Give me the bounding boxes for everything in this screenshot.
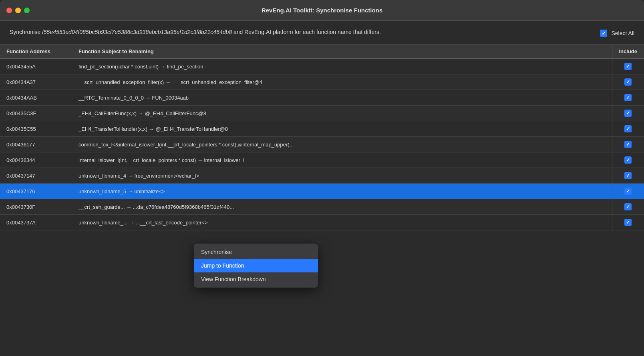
context-menu-item-synchronise[interactable]: Synchronise xyxy=(194,245,318,259)
cell-include[interactable] xyxy=(612,106,644,121)
cell-address: 0x00436177 xyxy=(0,137,72,152)
table-header-row: Function Address Function Subject to Ren… xyxy=(0,44,644,59)
title-bar: RevEng.AI Toolkit: Synchronise Functions xyxy=(0,0,644,21)
cell-function: _EH4_TransferToHandler(x,x) → @_EH4_Tran… xyxy=(72,121,612,137)
cell-address: 0x00434AAB xyxy=(0,90,72,106)
cell-include[interactable] xyxy=(612,168,644,184)
cell-address: 0x00434A37 xyxy=(0,74,72,90)
select-all-container[interactable]: Select All xyxy=(600,30,634,37)
cell-function: __scrt_unhandled_exception_filter(x) → _… xyxy=(72,74,612,90)
window-title: RevEng.AI Toolkit: Synchronise Functions xyxy=(262,7,382,14)
cell-include[interactable] xyxy=(612,90,644,106)
cell-address: 0x00436344 xyxy=(0,152,72,168)
header-description: Synchronise f55e4553ed04f085bc5b93cf7e53… xyxy=(10,28,381,36)
cell-function: unknown_libname_5 → uninitialize<> xyxy=(72,184,612,199)
minimize-button[interactable] xyxy=(15,8,21,13)
cell-function: common_tox_l<&internal_islower_l(int,__c… xyxy=(72,137,612,152)
header-area: Synchronise f55e4553ed04f085bc5b93cf7e53… xyxy=(0,21,644,44)
close-button[interactable] xyxy=(6,8,12,13)
functions-table: Function Address Function Subject to Ren… xyxy=(0,44,644,230)
cell-include[interactable] xyxy=(612,184,644,199)
description-prefix: Synchronise xyxy=(10,29,42,35)
cell-include[interactable] xyxy=(612,152,644,168)
table-row[interactable]: 0x00437147unknown_libname_4 → free_envir… xyxy=(0,168,644,184)
description-suffix: and RevEng.AI platform for each function… xyxy=(232,29,381,35)
table-row[interactable]: 0x00435C3E_EH4_CallFilterFunc(x,x) → @_E… xyxy=(0,106,644,121)
row-checkbox[interactable] xyxy=(624,219,632,226)
cell-function: internal_islower_l(int,__crt_locale_poin… xyxy=(72,152,612,168)
table-row[interactable]: 0x00437176unknown_libname_5 → uninitiali… xyxy=(0,184,644,199)
cell-function: unknown_libname_... → ...__crt_last_enco… xyxy=(72,215,612,230)
cell-include[interactable] xyxy=(612,137,644,152)
select-all-checkbox[interactable] xyxy=(600,30,607,37)
cell-address: 0x0043737A xyxy=(0,215,72,230)
table-row[interactable]: 0x00434A37__scrt_unhandled_exception_fil… xyxy=(0,74,644,90)
cell-include[interactable] xyxy=(612,59,644,74)
context-menu-label-synchronise: Synchronise xyxy=(201,249,232,255)
cell-include[interactable] xyxy=(612,215,644,230)
hash-value: f55e4553ed04f085bc5b93cf7e5386c3d938abcb… xyxy=(42,29,232,35)
cell-function: __RTC_Terminate_0_0_0_0 → FUN_00034aab xyxy=(72,90,612,106)
row-checkbox[interactable] xyxy=(624,203,632,210)
column-header-function: Function Subject to Renaming xyxy=(72,44,612,59)
context-menu-label-jump: Jump to Function xyxy=(201,262,244,269)
table-row[interactable]: 0x0043737Aunknown_libname_... → ...__crt… xyxy=(0,215,644,230)
row-checkbox[interactable] xyxy=(624,188,632,195)
row-checkbox[interactable] xyxy=(624,63,632,70)
cell-include[interactable] xyxy=(612,74,644,90)
cell-address: 0x00437147 xyxy=(0,168,72,184)
cell-function: find_pe_section(uchar * const,uint) → fi… xyxy=(72,59,612,74)
table-row[interactable]: 0x00436177common_tox_l<&internal_islower… xyxy=(0,137,644,152)
table-body: 0x0043455Afind_pe_section(uchar * const,… xyxy=(0,59,644,230)
context-menu-label-breakdown: View Function Breakdown xyxy=(201,276,266,282)
cell-function: _EH4_CallFilterFunc(x,x) → @_EH4_CallFil… xyxy=(72,106,612,121)
maximize-button[interactable] xyxy=(24,8,30,13)
column-header-address: Function Address xyxy=(0,44,72,59)
cell-function: unknown_libname_4 → free_environment<wch… xyxy=(72,168,612,184)
table-row[interactable]: 0x0043455Afind_pe_section(uchar * const,… xyxy=(0,59,644,74)
table-row[interactable]: 0x0043730F__crt_seh_guarde... → ...da_c7… xyxy=(0,199,644,215)
row-checkbox[interactable] xyxy=(624,78,632,86)
select-all-label: Select All xyxy=(611,30,634,36)
cell-address: 0x0043455A xyxy=(0,59,72,74)
table-row[interactable]: 0x00434AAB__RTC_Terminate_0_0_0_0 → FUN_… xyxy=(0,90,644,106)
column-header-include: Include xyxy=(612,44,644,59)
table-row[interactable]: 0x00436344internal_islower_l(int,__crt_l… xyxy=(0,152,644,168)
row-checkbox[interactable] xyxy=(624,156,632,164)
cell-address: 0x00435C3E xyxy=(0,106,72,121)
row-checkbox[interactable] xyxy=(624,172,632,179)
cell-function: __crt_seh_guarde... → ...da_c76fdea48760… xyxy=(72,199,612,215)
cell-include[interactable] xyxy=(612,121,644,137)
cell-include[interactable] xyxy=(612,199,644,215)
row-checkbox[interactable] xyxy=(624,125,632,132)
context-menu-item-jump[interactable]: Jump to Function xyxy=(194,259,318,272)
cell-address: 0x00435C55 xyxy=(0,121,72,137)
context-menu-item-breakdown[interactable]: View Function Breakdown xyxy=(194,272,318,286)
window-controls xyxy=(6,8,30,13)
context-menu: Synchronise Jump to Function View Functi… xyxy=(194,244,318,288)
table-container: Function Address Function Subject to Ren… xyxy=(0,44,644,348)
cell-address: 0x0043730F xyxy=(0,199,72,215)
table-row[interactable]: 0x00435C55_EH4_TransferToHandler(x,x) → … xyxy=(0,121,644,137)
table-scroll[interactable]: Function Address Function Subject to Ren… xyxy=(0,44,644,348)
row-checkbox[interactable] xyxy=(624,110,632,117)
cell-address: 0x00437176 xyxy=(0,184,72,199)
row-checkbox[interactable] xyxy=(624,141,632,148)
row-checkbox[interactable] xyxy=(624,94,632,101)
